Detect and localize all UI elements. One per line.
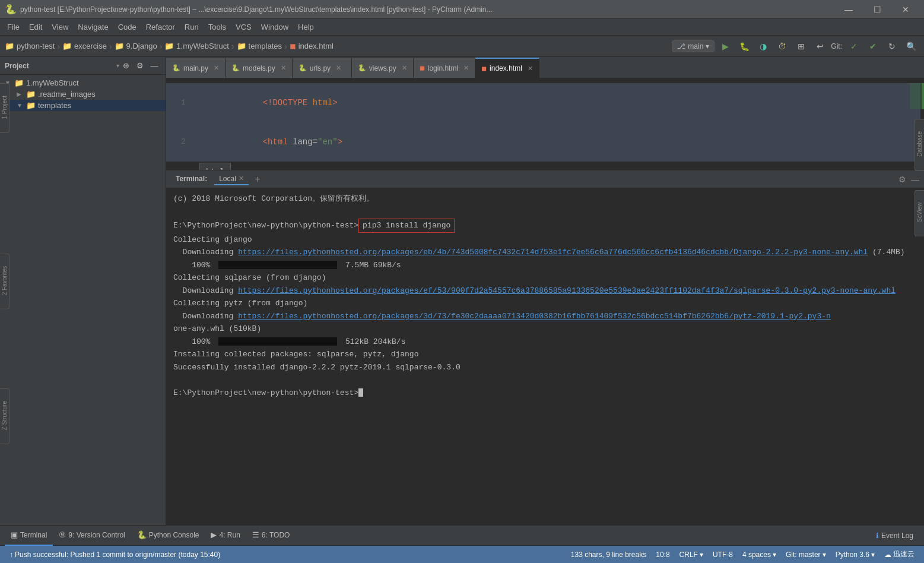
autocomplete-hint[interactable]: html bbox=[199, 163, 231, 170]
tree-item-readme[interactable]: ▶ 📁 .readme_images bbox=[0, 88, 166, 100]
pytz-download-link[interactable]: https://files.pythonhosted.org/packages/… bbox=[238, 312, 831, 321]
structure-side-tab[interactable]: Z Structure bbox=[0, 388, 9, 444]
breadcrumb-project[interactable]: 📁 python-test bbox=[5, 42, 55, 50]
tab-login-html[interactable]: ◼ login.html ✕ bbox=[414, 58, 475, 78]
term-success: Successfully installed django-2.2.2 pytz… bbox=[173, 362, 917, 374]
tab-urls-py[interactable]: 🐍 urls.py ✕ bbox=[293, 58, 352, 78]
terminal-local-tab[interactable]: Local ✕ bbox=[214, 173, 249, 185]
status-cloud[interactable]: ☁ 迅速云 bbox=[879, 546, 919, 563]
breadcrumb-1mywebstruct[interactable]: 📁 1.myWebStruct bbox=[164, 42, 229, 50]
nav-icon-6[interactable]: ↩ bbox=[812, 38, 828, 55]
bottom-toolbar: ▣ Terminal ⑨ 9: Version Control 🐍 Python… bbox=[0, 525, 924, 545]
sidebar-add-icon[interactable]: ⊕ bbox=[119, 59, 132, 72]
local-tab-close[interactable]: ✕ bbox=[239, 175, 244, 182]
status-encoding[interactable]: UTF-8 bbox=[708, 546, 738, 563]
debug-button[interactable]: 🐛 bbox=[736, 38, 752, 55]
bottom-tab-run[interactable]: ▶ 4: Run bbox=[205, 526, 246, 546]
tab-urls-py-close[interactable]: ✕ bbox=[336, 64, 341, 72]
breadcrumb-project-label: python-test bbox=[17, 42, 55, 50]
breadcrumb-9django[interactable]: 📁 9.Django bbox=[115, 42, 157, 50]
code-editor[interactable]: 1 <!DOCTYPE html> 2 <html lang="en"> bbox=[166, 78, 924, 170]
todo-icon: ☰ bbox=[252, 530, 259, 539]
menu-refactor[interactable]: Refactor bbox=[141, 20, 180, 34]
terminal-label: Terminal: bbox=[171, 173, 212, 185]
tab-models-py-close[interactable]: ✕ bbox=[281, 64, 286, 72]
minimize-button[interactable]: — bbox=[835, 0, 862, 19]
menu-run[interactable]: Run bbox=[180, 20, 204, 34]
tree-item-templates[interactable]: ▼ 📁 templates bbox=[0, 100, 166, 111]
django-download-link[interactable]: https://files.pythonhosted.org/packages/… bbox=[238, 248, 868, 257]
tab-login-html-close[interactable]: ✕ bbox=[463, 64, 469, 72]
menu-window[interactable]: Window bbox=[256, 20, 293, 34]
favorites-side-tab[interactable]: 2 Favorites bbox=[0, 254, 9, 309]
line-number-1: 1 bbox=[166, 96, 193, 109]
sidebar-collapse-icon[interactable]: — bbox=[148, 59, 161, 72]
breadcrumb-sep-3: › bbox=[160, 42, 163, 51]
git-branch-button[interactable]: ⎇ main ▾ bbox=[672, 40, 715, 52]
mywebstruct-icon: 📁 bbox=[14, 78, 24, 87]
close-button[interactable]: ✕ bbox=[892, 0, 919, 19]
scview-side-tab[interactable]: ScView bbox=[915, 190, 924, 236]
bottom-tab-python-console[interactable]: 🐍 Python Console bbox=[131, 526, 205, 546]
search-button[interactable]: 🔍 bbox=[903, 38, 919, 55]
bottom-tab-todo[interactable]: ☰ 6: TODO bbox=[246, 526, 296, 546]
coverage-button[interactable]: ◑ bbox=[755, 38, 771, 55]
git-commit-icon[interactable]: ✓ bbox=[846, 38, 862, 55]
database-side-tab[interactable]: Database bbox=[915, 119, 924, 171]
status-push-info[interactable]: ↑ Push successful: Pushed 1 commit to or… bbox=[5, 546, 225, 563]
breadcrumb-index-html-label: index.html bbox=[299, 42, 334, 50]
menu-file[interactable]: File bbox=[2, 20, 24, 34]
terminal-minimize-icon[interactable]: — bbox=[911, 175, 919, 184]
status-git[interactable]: Git: master ▾ bbox=[781, 546, 831, 563]
profile-button[interactable]: ⏱ bbox=[774, 38, 790, 55]
status-line-ending[interactable]: CRLF ▾ bbox=[675, 546, 708, 563]
tab-index-html[interactable]: ◼ index.html ✕ bbox=[475, 58, 539, 78]
menu-vcs[interactable]: VCS bbox=[231, 20, 256, 34]
sidebar-header: Project ▾ ⊕ ⚙ — bbox=[0, 57, 166, 75]
status-indent[interactable]: 4 spaces ▾ bbox=[738, 546, 781, 563]
menu-code[interactable]: Code bbox=[113, 20, 141, 34]
event-log-button[interactable]: ℹ Event Log bbox=[870, 526, 919, 546]
status-position[interactable]: 10:8 bbox=[651, 546, 674, 563]
tab-index-html-close[interactable]: ✕ bbox=[528, 65, 533, 72]
code-content: 1 <!DOCTYPE html> 2 <html lang="en"> bbox=[166, 83, 920, 165]
nav-icon-5[interactable]: ⊞ bbox=[793, 38, 809, 55]
terminal-add-button[interactable]: + bbox=[251, 173, 264, 186]
views-py-icon: 🐍 bbox=[358, 64, 366, 72]
breadcrumb-sep-2: › bbox=[109, 42, 112, 51]
sidebar-gear-icon[interactable]: ⚙ bbox=[134, 59, 147, 72]
status-chars[interactable]: 133 chars, 9 line breaks bbox=[566, 546, 651, 563]
terminal-gear-icon[interactable]: ⚙ bbox=[898, 175, 906, 184]
menu-view[interactable]: View bbox=[47, 20, 73, 34]
maximize-button[interactable]: ☐ bbox=[863, 0, 891, 19]
tab-main-py-close[interactable]: ✕ bbox=[214, 64, 219, 72]
menu-tools[interactable]: Tools bbox=[204, 20, 231, 34]
git-push-icon[interactable]: ✔ bbox=[865, 38, 881, 55]
menu-edit[interactable]: Edit bbox=[24, 20, 47, 34]
breadcrumb-index-html[interactable]: ◼ index.html bbox=[290, 42, 334, 50]
database-side-tab-label: Database bbox=[916, 131, 923, 157]
tab-views-py[interactable]: 🐍 views.py ✕ bbox=[352, 58, 414, 78]
project-side-tab[interactable]: 1 Project bbox=[0, 83, 9, 133]
tab-main-py[interactable]: 🐍 main.py ✕ bbox=[166, 58, 226, 78]
excercise-folder-icon: 📁 bbox=[62, 42, 72, 50]
doctype-close: > bbox=[332, 98, 337, 107]
status-python[interactable]: Python 3.6 ▾ bbox=[831, 546, 879, 563]
sqlparse-download-link[interactable]: https://files.pythonhosted.org/packages/… bbox=[238, 286, 896, 295]
git-update-icon[interactable]: ↻ bbox=[884, 38, 900, 55]
breadcrumb-excercise[interactable]: 📁 excercise bbox=[62, 42, 107, 50]
menu-help[interactable]: Help bbox=[293, 20, 319, 34]
tab-views-py-close[interactable]: ✕ bbox=[402, 64, 407, 72]
menu-navigate[interactable]: Navigate bbox=[73, 20, 113, 34]
bottom-tab-version-control[interactable]: ⑨ 9: Version Control bbox=[53, 526, 131, 546]
run-button[interactable]: ▶ bbox=[717, 38, 734, 55]
editor-area: 🐍 main.py ✕ 🐍 models.py ✕ 🐍 urls.py ✕ 🐍 … bbox=[166, 57, 924, 170]
code-line-1: 1 <!DOCTYPE html> bbox=[166, 83, 920, 122]
bottom-tab-terminal[interactable]: ▣ Terminal bbox=[5, 526, 53, 546]
breadcrumb-templates[interactable]: 📁 templates bbox=[237, 42, 282, 50]
tree-item-mywebstruct[interactable]: ▼ 📁 1.myWebStruct bbox=[0, 77, 166, 88]
term-progress-django: 100% 7.5MB 69kB/s bbox=[173, 260, 917, 271]
breadcrumb-templates-label: templates bbox=[249, 42, 282, 50]
file-tree: ▼ 📁 1.myWebStruct ▶ 📁 .readme_images ▼ 📁… bbox=[0, 75, 166, 525]
tab-models-py[interactable]: 🐍 models.py ✕ bbox=[226, 58, 293, 78]
